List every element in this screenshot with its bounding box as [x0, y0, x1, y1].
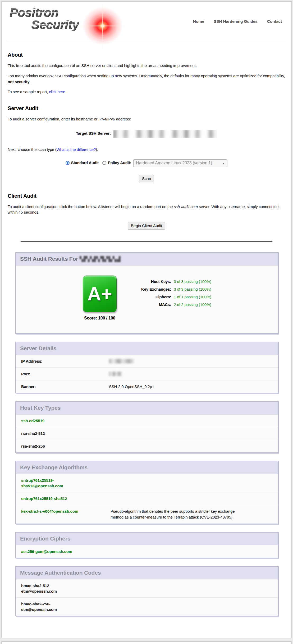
- policy-audit-radio[interactable]: [102, 161, 106, 165]
- ip-address-label: IP Address:: [21, 358, 109, 364]
- mac-name: hmac-sha2-512-etm@openssh.com: [21, 583, 111, 594]
- client-audit-button-row: Begin Client Audit: [8, 222, 285, 229]
- scan-button-row: Scan: [8, 175, 285, 182]
- macs-title: Message Authentication Codes: [16, 567, 278, 579]
- client-audit-section: Client Audit To audit a client configura…: [2, 193, 291, 230]
- list-item: sntrup761x25519-sha512@openssh.com: [16, 474, 278, 492]
- stat-label-ciphers: Ciphers:: [129, 295, 171, 299]
- nav-ssh-hardening-guides-link[interactable]: SSH Hardening Guides: [214, 19, 258, 24]
- host-key-name: ssh-ed25519: [21, 418, 111, 424]
- host-key-name-text: rsa-sha2-512: [21, 431, 45, 436]
- scan-type-line: Next, choose the scan type (What is the …: [8, 147, 285, 152]
- stat-label-macs: MACs:: [129, 302, 171, 307]
- kex-name-text: kex-strict-s-v00@openssh.com: [21, 508, 78, 514]
- host-key-name-text: rsa-sha2-256: [21, 443, 45, 449]
- mac-name-text: hmac-sha2-512-etm@openssh.com: [21, 583, 81, 594]
- list-item: hmac-sha2-256-etm@openssh.com: [16, 598, 278, 616]
- section-divider: [21, 241, 272, 242]
- grade-column: A+ Score: 100 / 100: [83, 276, 117, 321]
- results-body: A+ Score: 100 / 100 Host Keys: 3 of 3 pa…: [16, 265, 278, 333]
- table-row: IP Address:: [16, 355, 278, 368]
- client-audit-heading: Client Audit: [8, 193, 285, 199]
- sample-report-link[interactable]: click here: [49, 89, 65, 94]
- target-server-row: Target SSH Server:: [8, 130, 285, 138]
- about-heading: About: [8, 52, 285, 58]
- encryption-ciphers-title: Encryption Ciphers: [16, 533, 278, 545]
- list-item: rsa-sha2-256: [16, 440, 278, 452]
- stats-column: Host Keys: 3 of 3 passing (100%) Key Exc…: [129, 276, 211, 321]
- policy-selected-value: Hardened Amazon Linux 2023 (version 1): [136, 161, 212, 165]
- about-p2-period: .: [30, 79, 31, 84]
- kex-name: kex-strict-s-v00@openssh.com: [21, 508, 111, 520]
- nav-home-link[interactable]: Home: [193, 19, 204, 24]
- redacted-hostname: ▚▛▞▟▚▜▞▙▚▟: [80, 256, 121, 262]
- host-key-types-panel: Host Key Types ssh-ed25519 rsa-sha2-512 …: [15, 401, 279, 453]
- standard-audit-label: Standard Audit: [71, 160, 99, 165]
- stat-value-macs: 2 of 2 passing (100%): [174, 302, 211, 307]
- server-details-title: Server Details: [16, 342, 278, 355]
- scan-type-difference-link[interactable]: What is the difference?: [57, 147, 96, 152]
- key-exchange-title: Key Exchange Algorithms: [16, 461, 278, 474]
- cipher-name-text: aes256-gcm@openssh.com: [21, 549, 72, 554]
- nav-contact-link[interactable]: Contact: [267, 19, 282, 24]
- stat-value-ciphers: 1 of 1 passing (100%): [174, 295, 211, 299]
- host-key-name: rsa-sha2-512: [21, 431, 111, 436]
- begin-client-audit-button[interactable]: Begin Client Audit: [128, 222, 165, 229]
- about-section: About This free tool audits the configur…: [2, 52, 291, 95]
- policy-select[interactable]: Hardened Amazon Linux 2023 (version 1)⌄: [133, 159, 227, 167]
- scan-type-row: Standard AuditPolicy Audit:Hardened Amaz…: [8, 159, 285, 167]
- starburst-flare-icon: [75, 0, 130, 52]
- results-panel-title: SSH Audit Results For ▚▛▞▟▚▜▞▙▚▟: [16, 253, 278, 265]
- about-paragraph-3: To see a sample report, click here.: [8, 89, 285, 95]
- sample-report-text: To see a sample report,: [8, 89, 49, 94]
- about-p2-bold: not security: [8, 79, 30, 84]
- list-item: sntrup761x25519-sha512: [16, 492, 278, 505]
- client-audit-domain: ssh-audit.com: [174, 204, 198, 209]
- kex-description: Pseudo-algorithm that denotes the peer s…: [111, 508, 244, 520]
- target-server-input[interactable]: [113, 130, 217, 138]
- scan-button[interactable]: Scan: [139, 175, 154, 182]
- list-item: rsa-sha2-512: [16, 427, 278, 440]
- stat-value-key-exchanges: 3 of 3 passing (100%): [174, 287, 211, 291]
- stat-label-host-keys: Host Keys:: [129, 279, 171, 284]
- target-server-label: Target SSH Server:: [76, 131, 111, 136]
- standard-audit-radio[interactable]: [66, 161, 70, 165]
- banner-label: Banner:: [21, 384, 109, 389]
- score-label: Score: 100 / 100: [83, 316, 117, 321]
- list-item: kex-strict-s-v00@openssh.com Pseudo-algo…: [16, 505, 278, 524]
- site-footer: sshaudit.com Copyright 2017-2023 Positro…: [1, 641, 292, 644]
- host-key-name: rsa-sha2-256: [21, 443, 111, 449]
- ssh-audit-results-panel: SSH Audit Results For ▚▛▞▟▚▜▞▙▚▟ A+ Scor…: [15, 252, 279, 334]
- logo-word-security: Security: [31, 19, 79, 31]
- server-audit-section: Server Audit To audit a server configura…: [2, 105, 291, 182]
- chevron-down-icon: ⌄: [222, 161, 225, 165]
- kex-name: sntrup761x25519-sha512: [21, 496, 111, 501]
- list-item: aes256-gcm@openssh.com: [16, 545, 278, 558]
- client-audit-text: To audit a client configuration, click t…: [8, 204, 174, 209]
- ip-address-value: [109, 358, 273, 364]
- about-p2-text: Too many admins overlook SSH configurati…: [8, 74, 285, 78]
- host-key-name-text: ssh-ed25519: [21, 418, 44, 424]
- scan-type-text: Next, choose the scan type (: [8, 147, 57, 152]
- kex-description: [111, 496, 244, 501]
- list-item: hmac-sha2-512-etm@openssh.com: [16, 579, 278, 598]
- main-content-panel: Positron Security Home SSH Hardening Gui…: [1, 1, 292, 638]
- policy-audit-label: Policy Audit:: [108, 160, 131, 165]
- grade-badge: A+: [83, 276, 117, 312]
- sample-report-period: .: [65, 89, 66, 94]
- mac-name-text: hmac-sha2-256-etm@openssh.com: [21, 601, 81, 612]
- kex-name-text: sntrup761x25519-sha512@openssh.com: [21, 478, 81, 489]
- list-item: ssh-ed25519: [16, 415, 278, 427]
- server-audit-heading: Server Audit: [8, 105, 285, 111]
- server-details-panel: Server Details IP Address: Port: Banner:…: [15, 342, 279, 393]
- stat-label-key-exchanges: Key Exchanges:: [129, 287, 171, 291]
- site-header: Positron Security Home SSH Hardening Gui…: [7, 2, 286, 41]
- logo-word-positron: Positron: [10, 6, 58, 19]
- server-audit-intro: To audit a server configuration, enter i…: [8, 116, 285, 122]
- key-exchange-panel: Key Exchange Algorithms sntrup761x25519-…: [15, 461, 279, 524]
- about-paragraph-2: Too many admins overlook SSH configurati…: [8, 73, 285, 85]
- table-row: Banner: SSH-2.0-OpenSSH_9.2p1: [16, 380, 278, 393]
- table-row: Port:: [16, 368, 278, 380]
- cipher-name: aes256-gcm@openssh.com: [21, 549, 111, 554]
- host-key-types-title: Host Key Types: [16, 402, 278, 415]
